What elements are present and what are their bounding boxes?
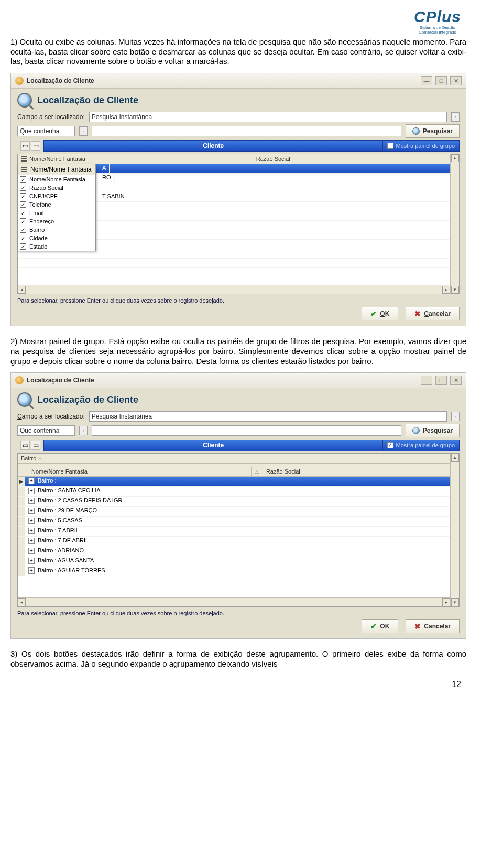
group-row[interactable]: +Bairro : AGUIAR TORRES bbox=[18, 566, 450, 576]
group-row[interactable]: +Bairro : SANTA CECILIA bbox=[18, 487, 450, 497]
column-picker-header[interactable]: Nome/Nome Fantasia bbox=[18, 154, 253, 164]
toolbar-collapse-button[interactable]: ▭ bbox=[20, 141, 30, 151]
group-row[interactable]: +Bairro : AGUA SANTA bbox=[18, 556, 450, 566]
group-by-bar[interactable]: Bairro △ bbox=[18, 454, 450, 464]
campo-dropdown-button[interactable]: ◦ bbox=[451, 112, 460, 122]
app-icon bbox=[15, 77, 24, 85]
window-localizacao-2: Localização de Cliente — □ ✕ Localização… bbox=[10, 372, 466, 639]
quecontenha-label: Que contenha bbox=[20, 127, 59, 135]
col-razao[interactable]: Razão Social bbox=[263, 467, 450, 476]
colopt-razao[interactable]: ✓Razão Social bbox=[18, 184, 95, 192]
colopt-cidade[interactable]: ✓Cidade bbox=[18, 234, 95, 242]
group-row[interactable]: +Bairro : ADRIANO bbox=[18, 546, 450, 556]
scroll-right-button[interactable]: ► bbox=[442, 286, 450, 294]
item1-num: 1) bbox=[10, 37, 17, 46]
pesquisar-button[interactable]: Pesquisar bbox=[406, 424, 460, 437]
tab-cliente[interactable]: Cliente bbox=[43, 140, 383, 152]
scroll-down-button[interactable]: ▼ bbox=[451, 286, 459, 294]
ok-button[interactable]: ✔ OK bbox=[362, 307, 398, 320]
campo-dropdown-button[interactable]: ◦ bbox=[451, 412, 460, 421]
minimize-button[interactable]: — bbox=[421, 376, 432, 385]
window-title: Localização de Cliente bbox=[27, 377, 94, 384]
group-row[interactable]: +Bairro : 2 CASAS DEPIS DA IGR bbox=[18, 497, 450, 507]
pesquisar-button[interactable]: Pesquisar bbox=[406, 124, 460, 138]
quecontenha-dropdown-button[interactable]: ◦ bbox=[79, 126, 88, 136]
group-row-label: Bairro : AGUA SANTA bbox=[38, 557, 94, 563]
scrollbar-h[interactable]: ◄ ► bbox=[18, 597, 450, 606]
titlebar: Localização de Cliente — □ ✕ bbox=[11, 373, 466, 388]
expand-icon[interactable]: + bbox=[28, 567, 35, 574]
colopt-endereco[interactable]: ✓Endereço bbox=[18, 217, 95, 226]
show-panel-toggle[interactable]: Mostra painel de grupo bbox=[383, 140, 460, 152]
group-row-label: Bairro : AGUIAR TORRES bbox=[38, 567, 105, 573]
quecontenha-combo[interactable]: Que contenha bbox=[17, 425, 75, 436]
colopt-estado[interactable]: ✓Estado bbox=[18, 242, 95, 251]
scroll-up-button[interactable]: ▲ bbox=[451, 154, 459, 162]
row-indicator-icon: ▶ bbox=[18, 477, 25, 486]
colopt-email[interactable]: ✓Email bbox=[18, 209, 95, 217]
group-row[interactable]: +Bairro : 7 DE ABRIL bbox=[18, 537, 450, 546]
campo-value: Pesquisa Instantânea bbox=[92, 113, 152, 121]
expand-icon[interactable]: + bbox=[28, 508, 35, 514]
search-input[interactable] bbox=[92, 425, 401, 436]
scrollbar-h[interactable]: ◄ ► bbox=[18, 285, 450, 294]
scroll-down-button[interactable]: ▼ bbox=[451, 598, 459, 606]
col-nome[interactable]: Nome/Nome Fantasia bbox=[28, 467, 252, 476]
quecontenha-combo[interactable]: Que contenha bbox=[17, 126, 75, 136]
scroll-left-button[interactable]: ◄ bbox=[18, 598, 26, 606]
search-input[interactable] bbox=[92, 126, 401, 136]
column-picker-icon bbox=[21, 156, 27, 162]
colopt-bairro[interactable]: ✓Bairro bbox=[18, 226, 95, 234]
col-razao[interactable]: Razão Social bbox=[253, 154, 450, 164]
expand-icon[interactable]: + bbox=[28, 498, 35, 504]
expand-icon[interactable]: + bbox=[28, 538, 35, 544]
scroll-right-button[interactable]: ► bbox=[442, 598, 450, 606]
column-picker-head: Nome/Nome Fantasia bbox=[18, 164, 95, 175]
expand-icon[interactable]: + bbox=[28, 548, 35, 554]
expand-icon[interactable]: + bbox=[28, 518, 35, 524]
scroll-left-button[interactable]: ◄ bbox=[18, 286, 26, 294]
maximize-button[interactable]: □ bbox=[435, 376, 447, 385]
quecontenha-label: Que contenha bbox=[20, 427, 59, 434]
close-button[interactable]: ✕ bbox=[450, 76, 462, 85]
close-button[interactable]: ✕ bbox=[450, 376, 462, 385]
quecontenha-dropdown-button[interactable]: ◦ bbox=[79, 426, 88, 435]
scrollbar-v[interactable]: ▲ ▼ bbox=[450, 154, 459, 294]
table-row[interactable] bbox=[18, 268, 450, 277]
tab-cliente[interactable]: Cliente bbox=[43, 440, 383, 451]
toolbar-collapse-button[interactable]: ▭ bbox=[20, 441, 30, 450]
check-icon: ✓ bbox=[20, 235, 26, 241]
scrollbar-v[interactable]: ▲ ▼ bbox=[450, 454, 459, 606]
minimize-button[interactable]: — bbox=[421, 76, 432, 85]
expand-icon[interactable]: + bbox=[28, 488, 35, 494]
search-button-icon bbox=[412, 427, 420, 434]
show-panel-toggle[interactable]: ✓ Mostra painel de grupo bbox=[383, 440, 460, 451]
expand-icon[interactable]: + bbox=[28, 558, 35, 564]
colopt-cnpj[interactable]: ✓CNPJ/CPF bbox=[18, 192, 95, 200]
cancel-button[interactable]: ✖ Cancelar bbox=[406, 619, 460, 633]
ok-button[interactable]: ✔ OK bbox=[362, 619, 398, 633]
toolbar-expand-button[interactable]: ▭ bbox=[31, 141, 40, 151]
show-panel-checkbox[interactable] bbox=[387, 143, 393, 149]
group-row[interactable]: +Bairro : 29 DE MARÇO bbox=[18, 507, 450, 517]
cell-value: T SABIN bbox=[99, 192, 128, 201]
show-panel-checkbox-checked[interactable]: ✓ bbox=[387, 442, 393, 448]
cancel-button[interactable]: ✖ Cancelar bbox=[406, 307, 460, 320]
campo-combo[interactable]: Pesquisa Instantânea bbox=[89, 112, 447, 122]
group-row[interactable]: ▶ +Bairro : bbox=[18, 477, 450, 487]
colopt-nome[interactable]: ✓Nome/Nome Fantasia bbox=[18, 175, 95, 184]
expand-icon[interactable]: + bbox=[28, 478, 35, 484]
page-number: 12 bbox=[10, 676, 466, 689]
maximize-button[interactable]: □ bbox=[435, 76, 447, 85]
window-title: Localização de Cliente bbox=[27, 77, 94, 84]
expand-icon[interactable]: + bbox=[28, 528, 35, 534]
colopt-telefone[interactable]: ✓Telefone bbox=[18, 200, 95, 209]
group-grid: Bairro △ Nome/Nome Fantasia △ bbox=[17, 453, 460, 607]
toolbar-expand-button[interactable]: ▭ bbox=[31, 441, 40, 450]
campo-combo[interactable]: Pesquisa Instantânea bbox=[89, 411, 447, 422]
table-row[interactable] bbox=[18, 259, 450, 268]
scroll-up-button[interactable]: ▲ bbox=[451, 454, 459, 462]
group-row[interactable]: +Bairro : 7 ABRIL bbox=[18, 527, 450, 537]
group-row[interactable]: +Bairro : 5 CASAS bbox=[18, 517, 450, 527]
check-icon: ✓ bbox=[20, 193, 26, 199]
